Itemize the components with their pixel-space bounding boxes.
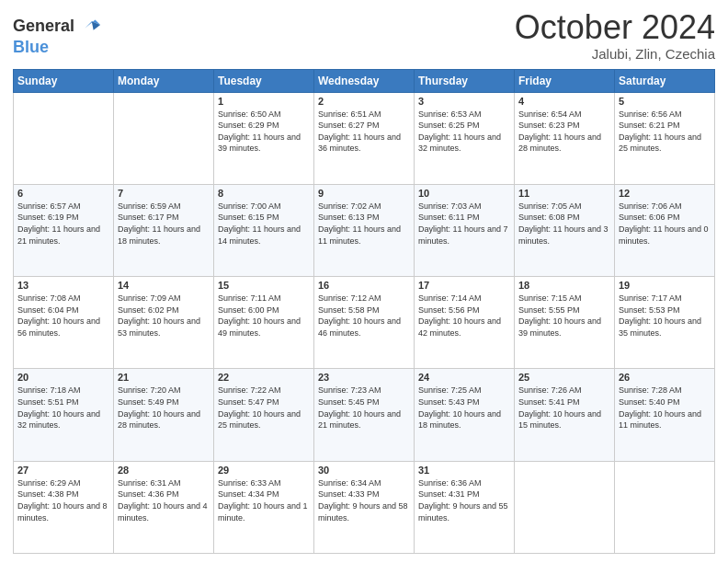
calendar-cell: 8Sunrise: 7:00 AM Sunset: 6:15 PM Daylig… [214, 184, 314, 276]
cell-content: Sunrise: 7:03 AM Sunset: 6:11 PM Dayligh… [418, 201, 510, 247]
cell-content: Sunrise: 6:54 AM Sunset: 6:23 PM Dayligh… [518, 109, 610, 155]
logo-text-general: General [13, 17, 74, 34]
calendar-cell: 2Sunrise: 6:51 AM Sunset: 6:27 PM Daylig… [314, 92, 415, 184]
day-number: 20 [17, 372, 109, 383]
calendar-cell: 7Sunrise: 6:59 AM Sunset: 6:17 PM Daylig… [114, 184, 214, 276]
weekday-header-sunday: Sunday [14, 69, 114, 92]
day-number: 13 [17, 280, 109, 291]
cell-content: Sunrise: 7:00 AM Sunset: 6:15 PM Dayligh… [218, 201, 310, 247]
day-number: 14 [118, 280, 210, 291]
weekday-header-friday: Friday [515, 69, 615, 92]
cell-content: Sunrise: 6:59 AM Sunset: 6:17 PM Dayligh… [118, 201, 210, 247]
day-number: 27 [17, 465, 109, 476]
weekday-header-thursday: Thursday [415, 69, 515, 92]
calendar-cell: 10Sunrise: 7:03 AM Sunset: 6:11 PM Dayli… [415, 184, 515, 276]
weekday-header-saturday: Saturday [615, 69, 715, 92]
week-row-4: 20Sunrise: 7:18 AM Sunset: 5:51 PM Dayli… [14, 369, 715, 461]
cell-content: Sunrise: 6:53 AM Sunset: 6:25 PM Dayligh… [418, 109, 510, 155]
title-block: October 2024 Jalubi, Zlin, Czechia [515, 9, 715, 62]
day-number: 12 [619, 188, 711, 199]
cell-content: Sunrise: 6:50 AM Sunset: 6:29 PM Dayligh… [218, 109, 310, 155]
cell-content: Sunrise: 6:56 AM Sunset: 6:21 PM Dayligh… [619, 109, 711, 155]
day-number: 3 [418, 96, 510, 107]
day-number: 2 [318, 96, 410, 107]
calendar-cell [114, 92, 214, 184]
day-number: 17 [418, 280, 510, 291]
cell-content: Sunrise: 7:09 AM Sunset: 6:02 PM Dayligh… [118, 293, 210, 339]
day-number: 6 [17, 188, 109, 199]
day-number: 23 [318, 372, 410, 383]
day-number: 19 [619, 280, 711, 291]
calendar-cell [14, 92, 114, 184]
weekday-header-monday: Monday [114, 69, 214, 92]
calendar-cell: 16Sunrise: 7:12 AM Sunset: 5:58 PM Dayli… [314, 277, 415, 369]
cell-content: Sunrise: 7:15 AM Sunset: 5:55 PM Dayligh… [518, 293, 610, 339]
calendar-cell: 22Sunrise: 7:22 AM Sunset: 5:47 PM Dayli… [214, 369, 314, 461]
calendar-cell: 11Sunrise: 7:05 AM Sunset: 6:08 PM Dayli… [515, 184, 615, 276]
cell-content: Sunrise: 6:31 AM Sunset: 4:36 PM Dayligh… [118, 477, 210, 523]
day-number: 5 [619, 96, 711, 107]
calendar-table: SundayMondayTuesdayWednesdayThursdayFrid… [13, 69, 715, 554]
cell-content: Sunrise: 7:20 AM Sunset: 5:49 PM Dayligh… [118, 385, 210, 431]
calendar-cell: 23Sunrise: 7:23 AM Sunset: 5:45 PM Dayli… [314, 369, 415, 461]
weekday-header-tuesday: Tuesday [214, 69, 314, 92]
cell-content: Sunrise: 7:23 AM Sunset: 5:45 PM Dayligh… [318, 385, 410, 431]
day-number: 11 [518, 188, 610, 199]
calendar-cell: 14Sunrise: 7:09 AM Sunset: 6:02 PM Dayli… [114, 277, 214, 369]
logo-bird-icon [76, 13, 102, 39]
logo-text-blue: Blue [13, 38, 49, 56]
calendar-cell: 31Sunrise: 6:36 AM Sunset: 4:31 PM Dayli… [415, 461, 515, 553]
day-number: 30 [318, 465, 410, 476]
calendar-cell: 25Sunrise: 7:26 AM Sunset: 5:41 PM Dayli… [515, 369, 615, 461]
week-row-2: 6Sunrise: 6:57 AM Sunset: 6:19 PM Daylig… [14, 184, 715, 276]
location: Jalubi, Zlin, Czechia [515, 46, 715, 62]
day-number: 29 [218, 465, 310, 476]
page: General Blue October 2024 Jalubi, Zlin, … [0, 0, 728, 563]
logo: General Blue [13, 13, 102, 56]
calendar-cell: 9Sunrise: 7:02 AM Sunset: 6:13 PM Daylig… [314, 184, 415, 276]
cell-content: Sunrise: 7:25 AM Sunset: 5:43 PM Dayligh… [418, 385, 510, 431]
calendar-cell: 1Sunrise: 6:50 AM Sunset: 6:29 PM Daylig… [214, 92, 314, 184]
cell-content: Sunrise: 7:08 AM Sunset: 6:04 PM Dayligh… [17, 293, 109, 339]
week-row-5: 27Sunrise: 6:29 AM Sunset: 4:38 PM Dayli… [14, 461, 715, 553]
week-row-3: 13Sunrise: 7:08 AM Sunset: 6:04 PM Dayli… [14, 277, 715, 369]
weekday-header-wednesday: Wednesday [314, 69, 415, 92]
calendar-cell: 18Sunrise: 7:15 AM Sunset: 5:55 PM Dayli… [515, 277, 615, 369]
cell-content: Sunrise: 7:05 AM Sunset: 6:08 PM Dayligh… [518, 201, 610, 247]
calendar-cell [515, 461, 615, 553]
cell-content: Sunrise: 7:02 AM Sunset: 6:13 PM Dayligh… [318, 201, 410, 247]
day-number: 26 [619, 372, 711, 383]
day-number: 9 [318, 188, 410, 199]
day-number: 1 [218, 96, 310, 107]
header: General Blue October 2024 Jalubi, Zlin, … [13, 9, 715, 62]
calendar-cell [615, 461, 715, 553]
day-number: 21 [118, 372, 210, 383]
cell-content: Sunrise: 7:26 AM Sunset: 5:41 PM Dayligh… [518, 385, 610, 431]
cell-content: Sunrise: 7:22 AM Sunset: 5:47 PM Dayligh… [218, 385, 310, 431]
calendar-cell: 24Sunrise: 7:25 AM Sunset: 5:43 PM Dayli… [415, 369, 515, 461]
day-number: 16 [318, 280, 410, 291]
month-title: October 2024 [515, 9, 715, 46]
cell-content: Sunrise: 6:57 AM Sunset: 6:19 PM Dayligh… [17, 201, 109, 247]
cell-content: Sunrise: 6:51 AM Sunset: 6:27 PM Dayligh… [318, 109, 410, 155]
day-number: 28 [118, 465, 210, 476]
calendar-cell: 15Sunrise: 7:11 AM Sunset: 6:00 PM Dayli… [214, 277, 314, 369]
cell-content: Sunrise: 6:36 AM Sunset: 4:31 PM Dayligh… [418, 477, 510, 523]
calendar-cell: 28Sunrise: 6:31 AM Sunset: 4:36 PM Dayli… [114, 461, 214, 553]
calendar-cell: 12Sunrise: 7:06 AM Sunset: 6:06 PM Dayli… [615, 184, 715, 276]
cell-content: Sunrise: 7:14 AM Sunset: 5:56 PM Dayligh… [418, 293, 510, 339]
day-number: 10 [418, 188, 510, 199]
calendar-cell: 20Sunrise: 7:18 AM Sunset: 5:51 PM Dayli… [14, 369, 114, 461]
day-number: 8 [218, 188, 310, 199]
calendar-cell: 3Sunrise: 6:53 AM Sunset: 6:25 PM Daylig… [415, 92, 515, 184]
cell-content: Sunrise: 7:17 AM Sunset: 5:53 PM Dayligh… [619, 293, 711, 339]
cell-content: Sunrise: 7:12 AM Sunset: 5:58 PM Dayligh… [318, 293, 410, 339]
calendar-cell: 30Sunrise: 6:34 AM Sunset: 4:33 PM Dayli… [314, 461, 415, 553]
day-number: 15 [218, 280, 310, 291]
calendar-cell: 27Sunrise: 6:29 AM Sunset: 4:38 PM Dayli… [14, 461, 114, 553]
cell-content: Sunrise: 7:28 AM Sunset: 5:40 PM Dayligh… [619, 385, 711, 431]
calendar-cell: 6Sunrise: 6:57 AM Sunset: 6:19 PM Daylig… [14, 184, 114, 276]
day-number: 4 [518, 96, 610, 107]
day-number: 22 [218, 372, 310, 383]
weekday-header-row: SundayMondayTuesdayWednesdayThursdayFrid… [14, 69, 715, 92]
